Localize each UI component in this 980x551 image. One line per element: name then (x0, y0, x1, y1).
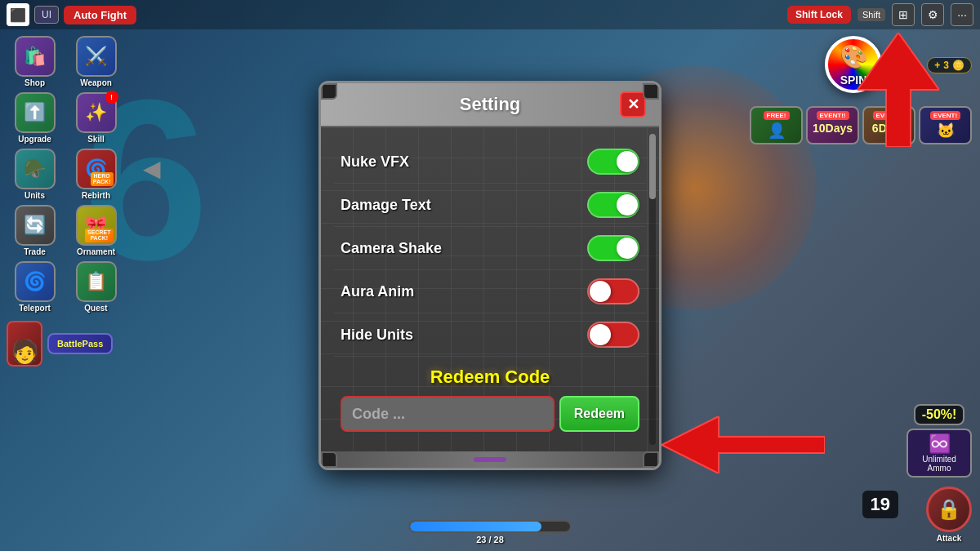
redeem-row: Redeem (341, 396, 639, 432)
ornament-label: Ornament (77, 247, 115, 256)
quest-label: Quest (84, 304, 107, 313)
health-text: 23 / 28 (408, 535, 572, 544)
health-bar-container: 23 / 28 (408, 520, 572, 544)
sidebar-item-upgrade[interactable]: ⬆️ Upgrade (7, 92, 63, 144)
trade-icon: 🔄 (15, 205, 56, 246)
health-bar-bg (408, 520, 572, 533)
unlimited-ammo[interactable]: ♾️ UnlimitedAmmo (906, 429, 972, 478)
sidebar: 🛍️ Shop ⚔️ Weapon ⬆️ Upgrade ✨ ! Skill 🪖… (0, 29, 131, 373)
top-bar-right: Shift Lock Shift ⊞ ⚙ ··· (787, 3, 973, 26)
redeem-section: Redeem Code Redeem (334, 357, 646, 438)
gold-value: 3 (943, 60, 949, 71)
sidebar-item-weapon[interactable]: ⚔️ Weapon (68, 36, 124, 87)
camera-shake-label: Camera Shake (341, 240, 442, 257)
sidebar-item-quest[interactable]: 📋 Quest (68, 261, 124, 313)
sidebar-item-trade[interactable]: 🔄 Trade (7, 205, 63, 256)
svg-marker-1 (662, 416, 825, 473)
top-bar-left: ⬛ UI Auto Fight (7, 3, 136, 26)
skill-icon: ✨ ! (76, 92, 117, 133)
quest-icon: 📋 (76, 261, 117, 302)
teleport-label: Teleport (19, 304, 51, 313)
shop-label: Shop (24, 78, 45, 87)
aura-anim-knob (590, 281, 611, 302)
event-card-free[interactable]: FREE! 👤 (750, 106, 803, 144)
more-icon-btn[interactable]: ··· (951, 3, 973, 26)
arrow-left-indicator (662, 416, 825, 473)
roblox-logo[interactable]: ⬛ (7, 3, 29, 26)
aura-anim-label: Aura Anim (341, 283, 414, 300)
menu-icon-btn[interactable]: ⊞ (892, 3, 915, 26)
free-badge: FREE! (764, 111, 790, 120)
event-card-1[interactable]: EVENT!! 10Days (806, 106, 859, 144)
modal-footer-bar (474, 457, 506, 462)
sidebar-item-ornament[interactable]: 🎀 SECRETPACK! Ornament (68, 205, 124, 256)
sidebar-item-rebirth[interactable]: 🌀 HEROPACK! Rebirth (68, 149, 124, 200)
nuke-vfx-knob (617, 151, 638, 172)
ui-tab[interactable]: UI (34, 6, 59, 24)
upgrade-icon: ⬆️ (15, 92, 56, 133)
weapon-icon: ⚔️ (76, 36, 117, 77)
setting-row-nuke-vfx: Nuke VFX (334, 140, 646, 184)
skill-label: Skill (87, 135, 105, 144)
nuke-vfx-toggle[interactable] (587, 149, 639, 175)
arrow-up-indicator (858, 33, 939, 147)
corner-tr (643, 83, 659, 100)
setting-row-aura-anim: Aura Anim (334, 270, 646, 313)
modal-body: Nuke VFX Damage Text Camera Shake Aura A… (321, 127, 659, 451)
redeem-button[interactable]: Redeem (559, 396, 639, 432)
attack-button[interactable]: 🔒 (926, 487, 972, 532)
battlepass-button[interactable]: BattlePass (47, 333, 113, 354)
event1-badge: EVENT!! (817, 111, 849, 120)
shift-badge: Shift (858, 8, 885, 21)
unlimited-ammo-label: UnlimitedAmmo (915, 455, 964, 473)
discount-area: -50%! ♾️ UnlimitedAmmo (906, 404, 972, 478)
camera-shake-knob (617, 238, 638, 259)
shop-icon: 🛍️ (15, 36, 56, 77)
settings-icon-btn[interactable]: ⚙ (921, 3, 944, 26)
hide-units-knob (590, 324, 611, 345)
svg-marker-0 (858, 33, 939, 147)
nuke-vfx-label: Nuke VFX (341, 153, 409, 171)
camera-shake-toggle[interactable] (587, 235, 639, 261)
upgrade-label: Upgrade (18, 135, 51, 144)
sidebar-grid: 🛍️ Shop ⚔️ Weapon ⬆️ Upgrade ✨ ! Skill 🪖… (7, 36, 124, 313)
sidebar-item-units[interactable]: 🪖 Units (7, 149, 63, 200)
aura-anim-toggle[interactable] (587, 278, 639, 304)
character-avatar: 🧑 (7, 321, 42, 367)
units-label: Units (24, 191, 45, 200)
damage-text-toggle[interactable] (587, 192, 639, 218)
damage-text-label: Damage Text (341, 197, 431, 214)
top-bar: ⬛ UI Auto Fight Shift Lock Shift ⊞ ⚙ ··· (0, 0, 980, 29)
health-bar-fill (410, 522, 541, 531)
damage-text-knob (617, 194, 638, 216)
settings-modal: Setting ✕ Nuke VFX Damage Text Camera Sh… (318, 81, 662, 470)
setting-row-camera-shake: Camera Shake (334, 227, 646, 270)
coin-icon: 🪙 (952, 60, 964, 71)
teleport-icon: 🌀 (15, 261, 56, 302)
hide-units-toggle[interactable] (587, 322, 639, 348)
code-input[interactable] (341, 396, 555, 432)
corner-br (643, 451, 659, 468)
auto-fight-button[interactable]: Auto Fight (64, 6, 136, 24)
trade-label: Trade (24, 247, 46, 256)
attack-area: 🔒 Attack (926, 487, 972, 543)
shift-lock-button[interactable]: Shift Lock (787, 6, 851, 24)
modal-footer (321, 451, 659, 468)
setting-row-hide-units: Hide Units (334, 313, 646, 357)
sidebar-item-skill[interactable]: ✨ ! Skill (68, 92, 124, 144)
hide-units-label: Hide Units (341, 327, 413, 344)
sidebar-item-shop[interactable]: 🛍️ Shop (7, 36, 63, 87)
rebirth-label: Rebirth (82, 191, 110, 200)
redeem-title: Redeem Code (341, 367, 639, 388)
back-arrow[interactable]: ◀ (143, 155, 161, 182)
scrollbar[interactable] (649, 134, 656, 445)
sidebar-item-teleport[interactable]: 🌀 Teleport (7, 261, 63, 313)
ornament-icon: 🎀 SECRETPACK! (76, 205, 117, 246)
modal-title-bar: Setting ✕ (321, 83, 659, 127)
number-badge: 19 (862, 491, 898, 518)
secret-pack-badge: SECRETPACK! (85, 229, 113, 242)
modal-title: Setting (360, 94, 620, 115)
attack-label: Attack (937, 534, 962, 543)
setting-row-damage-text: Damage Text (334, 184, 646, 227)
corner-bl (321, 451, 337, 468)
